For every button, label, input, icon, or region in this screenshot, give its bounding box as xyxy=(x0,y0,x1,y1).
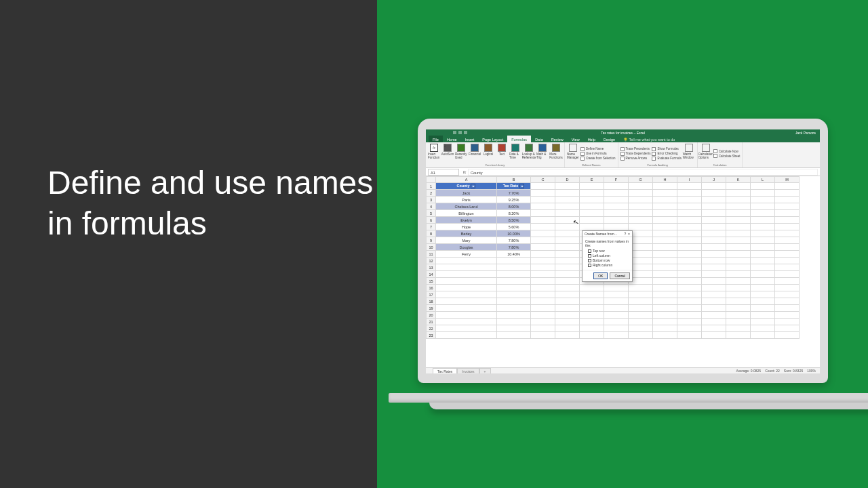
cell-K16[interactable] xyxy=(726,285,751,291)
cell-M18[interactable] xyxy=(775,298,800,305)
filter-icon[interactable] xyxy=(519,184,524,188)
cell-A4[interactable]: Chelsea Land xyxy=(436,203,497,210)
cell-G4[interactable] xyxy=(629,203,653,210)
show-formulas-button[interactable]: Show Formulas xyxy=(652,147,681,151)
cell-E1[interactable] xyxy=(580,183,604,190)
cell-F2[interactable] xyxy=(604,190,629,197)
cell-I3[interactable] xyxy=(677,197,702,203)
dialog-close-button[interactable]: × xyxy=(628,232,630,236)
check-left-column[interactable]: Left column xyxy=(588,253,629,258)
cell-C11[interactable] xyxy=(531,251,555,258)
cell-L13[interactable] xyxy=(751,264,775,271)
row-header-13[interactable]: 13 xyxy=(427,264,436,271)
cell-L17[interactable] xyxy=(751,291,775,298)
tab-view[interactable]: View xyxy=(568,136,584,142)
cell-K1[interactable] xyxy=(726,183,751,190)
cell-J20[interactable] xyxy=(702,312,726,319)
cell-D13[interactable] xyxy=(555,264,580,271)
evaluate-formula-button[interactable]: Evaluate Formula xyxy=(652,157,681,161)
cell-L21[interactable] xyxy=(751,319,775,325)
cell-J8[interactable] xyxy=(702,230,726,237)
cell-C5[interactable] xyxy=(531,210,555,217)
cell-L16[interactable] xyxy=(751,285,775,291)
cell-J11[interactable] xyxy=(702,251,726,258)
cell-D22[interactable] xyxy=(555,325,580,332)
cell-M7[interactable] xyxy=(775,224,800,230)
cell-B7[interactable]: 5.60% xyxy=(497,224,531,230)
cell-M19[interactable] xyxy=(775,305,800,312)
cell-G16[interactable] xyxy=(629,285,653,291)
cell-M20[interactable] xyxy=(775,312,800,319)
cell-B19[interactable] xyxy=(497,305,531,312)
cell-A14[interactable] xyxy=(436,271,497,278)
cell-J5[interactable] xyxy=(702,210,726,217)
col-header-H[interactable]: H xyxy=(653,177,677,183)
cell-F23[interactable] xyxy=(604,332,629,339)
cell-K5[interactable] xyxy=(726,210,751,217)
row-header-17[interactable]: 17 xyxy=(427,291,436,298)
cell-J1[interactable] xyxy=(702,183,726,190)
cell-I20[interactable] xyxy=(677,312,702,319)
cell-H15[interactable] xyxy=(653,278,677,285)
cell-L10[interactable] xyxy=(751,244,775,251)
cell-J6[interactable] xyxy=(702,217,726,224)
cell-A6[interactable]: Evelyn xyxy=(436,217,497,224)
cell-M22[interactable] xyxy=(775,325,800,332)
cell-H12[interactable] xyxy=(653,258,677,264)
cell-I22[interactable] xyxy=(677,325,702,332)
cell-I10[interactable] xyxy=(677,244,702,251)
tab-help[interactable]: Help xyxy=(584,136,599,142)
cell-L9[interactable] xyxy=(751,237,775,244)
row-header-14[interactable]: 14 xyxy=(427,271,436,278)
cell-D21[interactable] xyxy=(555,319,580,325)
cell-I2[interactable] xyxy=(677,190,702,197)
error-checking-button[interactable]: Error Checking xyxy=(652,152,681,156)
cell-L11[interactable] xyxy=(751,251,775,258)
cell-A15[interactable] xyxy=(436,278,497,285)
cell-B17[interactable] xyxy=(497,291,531,298)
cell-D2[interactable] xyxy=(555,190,580,197)
cell-I11[interactable] xyxy=(677,251,702,258)
cell-K21[interactable] xyxy=(726,319,751,325)
col-header-F[interactable]: F xyxy=(604,177,629,183)
cell-H21[interactable] xyxy=(653,319,677,325)
cell-M13[interactable] xyxy=(775,264,800,271)
cell-B2[interactable]: 7.70% xyxy=(497,190,531,197)
cell-K19[interactable] xyxy=(726,305,751,312)
cell-B21[interactable] xyxy=(497,319,531,325)
cell-E6[interactable] xyxy=(580,217,604,224)
trace-precedents-button[interactable]: Trace Precedents xyxy=(620,147,651,151)
cell-G17[interactable] xyxy=(629,291,653,298)
cell-J4[interactable] xyxy=(702,203,726,210)
cell-C19[interactable] xyxy=(531,305,555,312)
tab-insert[interactable]: Insert xyxy=(461,136,479,142)
cell-E22[interactable] xyxy=(580,325,604,332)
cell-C18[interactable] xyxy=(531,298,555,305)
cell-A1[interactable]: County xyxy=(436,183,497,190)
name-box[interactable]: A1 xyxy=(428,169,459,176)
cell-H1[interactable] xyxy=(653,183,677,190)
col-header-L[interactable]: L xyxy=(751,177,775,183)
cell-L2[interactable] xyxy=(751,190,775,197)
calculate-now-button[interactable]: Calculate Now xyxy=(713,149,741,153)
cell-L8[interactable] xyxy=(751,230,775,237)
cell-K10[interactable] xyxy=(726,244,751,251)
cell-L20[interactable] xyxy=(751,312,775,319)
cell-C14[interactable] xyxy=(531,271,555,278)
cell-I23[interactable] xyxy=(677,332,702,339)
cell-K13[interactable] xyxy=(726,264,751,271)
cell-D18[interactable] xyxy=(555,298,580,305)
cell-I16[interactable] xyxy=(677,285,702,291)
cell-M17[interactable] xyxy=(775,291,800,298)
cell-D4[interactable] xyxy=(555,203,580,210)
cell-F7[interactable] xyxy=(604,224,629,230)
cell-D8[interactable] xyxy=(555,230,580,237)
financial-button[interactable]: Financial xyxy=(469,144,481,163)
cell-G2[interactable] xyxy=(629,190,653,197)
cell-K3[interactable] xyxy=(726,197,751,203)
recently-used-button[interactable]: Recently Used xyxy=(455,144,467,163)
cell-H17[interactable] xyxy=(653,291,677,298)
cell-C20[interactable] xyxy=(531,312,555,319)
cell-J10[interactable] xyxy=(702,244,726,251)
cell-J19[interactable] xyxy=(702,305,726,312)
